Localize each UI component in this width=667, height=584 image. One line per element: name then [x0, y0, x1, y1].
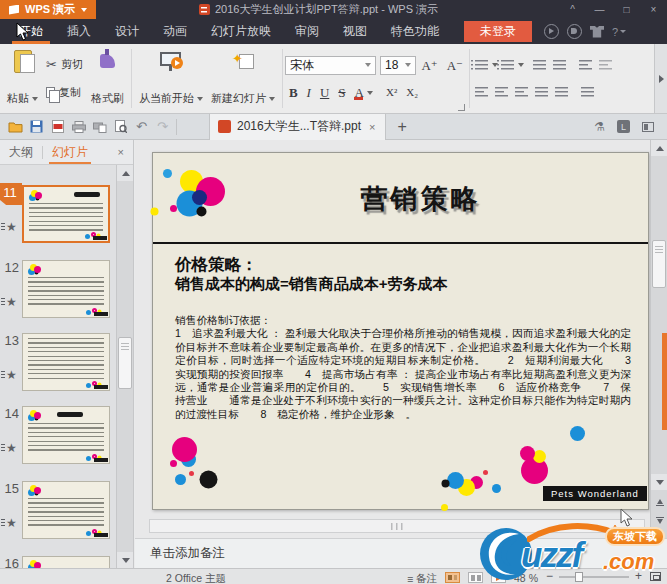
paste-button[interactable]: 粘贴	[3, 46, 42, 111]
ribbon-expand-strip[interactable]	[654, 44, 667, 113]
distribute-button[interactable]	[552, 84, 572, 100]
tab-home[interactable]: 开始	[7, 19, 55, 44]
align-right-button[interactable]	[512, 84, 532, 100]
slide-thumbnail-14[interactable]: 14 ★	[0, 406, 112, 464]
bullet-list-button[interactable]	[472, 57, 492, 73]
slide-thumbnail-11[interactable]: 11 ★	[0, 185, 112, 247]
align-center-button[interactable]	[492, 84, 512, 100]
horizontal-scrollbar[interactable]	[149, 519, 645, 533]
zoom-slider[interactable]: − +	[546, 572, 642, 581]
close-tab-icon[interactable]: ×	[367, 121, 377, 133]
next-slide-button[interactable]	[651, 513, 667, 528]
fit-to-window-icon[interactable]	[650, 572, 661, 581]
previous-slide-button[interactable]	[651, 495, 667, 510]
scroll-up-button[interactable]	[651, 140, 667, 156]
strikethrough-button[interactable]: S	[334, 84, 349, 101]
italic-button[interactable]: I	[303, 84, 315, 101]
tab-outline[interactable]: 大纲	[0, 140, 42, 164]
text-direction-button[interactable]	[576, 57, 596, 73]
login-button[interactable]: 未登录	[464, 21, 532, 42]
new-slide-button[interactable]: ✦ 新建幻灯片	[207, 46, 279, 111]
justify-button[interactable]	[532, 84, 552, 100]
history-clock-icon[interactable]: L	[617, 120, 630, 133]
clothes-skin-icon[interactable]	[590, 26, 604, 38]
page-preview-button[interactable]	[110, 117, 131, 137]
notes-pane[interactable]: 单击添加备注	[135, 538, 667, 568]
shrink-font-button[interactable]: A⁻	[443, 57, 467, 74]
zoom-out-button[interactable]: −	[546, 572, 553, 581]
copy-button[interactable]: 复制	[42, 84, 87, 101]
normal-view-button[interactable]	[445, 572, 460, 583]
subscript-button[interactable]: X₂	[402, 84, 422, 101]
underline-button[interactable]: U	[316, 84, 333, 101]
close-button[interactable]: ×	[640, 0, 667, 19]
wps-cloud-icon[interactable]	[567, 24, 582, 39]
undo-button[interactable]: ↶	[131, 117, 152, 137]
superscript-button[interactable]: X²	[382, 84, 401, 101]
slide-thumbnail-13[interactable]: 13 ★	[0, 333, 112, 391]
select-objects-button[interactable]	[596, 57, 616, 73]
print-preview-button[interactable]	[89, 117, 110, 137]
skin-icon[interactable]	[544, 24, 559, 39]
tab-review[interactable]: 审阅	[283, 19, 331, 44]
format-painter-button[interactable]: 格式刷	[87, 46, 128, 111]
layout-switch-button[interactable]	[642, 122, 657, 132]
scroll-down-button[interactable]	[651, 474, 667, 490]
collapse-ribbon-button[interactable]: ^	[559, 0, 586, 19]
tab-view[interactable]: 视图	[331, 19, 379, 44]
new-tab-button[interactable]: +	[386, 118, 417, 136]
tab-special-features[interactable]: 特色功能	[379, 19, 451, 44]
font-dialog-launcher-icon[interactable]	[458, 104, 465, 111]
panel-scrollbar[interactable]	[116, 165, 133, 568]
align-left-button[interactable]	[472, 84, 492, 100]
help-button[interactable]: ?	[612, 26, 626, 38]
slide-number: 14	[0, 406, 19, 421]
close-panel-icon[interactable]: ×	[118, 146, 133, 158]
zoom-slider-track[interactable]	[559, 576, 629, 578]
redo-button[interactable]: ↷	[152, 117, 173, 137]
font-color-button[interactable]: A	[351, 84, 366, 101]
slide-title[interactable]: 营销策略	[213, 181, 628, 217]
bold-button[interactable]: B	[285, 84, 302, 101]
magic-wand-icon[interactable]: ⚗	[594, 120, 605, 134]
cut-button[interactable]: ✂ 剪切	[42, 56, 87, 73]
export-pdf-button[interactable]	[47, 117, 68, 137]
quick-access-dropdown[interactable]	[180, 117, 201, 137]
increase-indent-button[interactable]	[550, 57, 570, 73]
tab-design[interactable]: 设计	[103, 19, 151, 44]
slide-body-text[interactable]: 销售价格制订依据： 1 追求盈利最大化 ： 盈利最大化取决于合理价格所推动的销售…	[175, 314, 631, 421]
grow-font-button[interactable]: A⁺	[417, 57, 441, 74]
tab-animation[interactable]: 动画	[151, 19, 199, 44]
scrollbar-thumb[interactable]	[118, 337, 132, 389]
scroll-down-button[interactable]	[117, 552, 133, 568]
decrease-indent-button[interactable]	[530, 57, 550, 73]
slide-heading[interactable]: 价格策略：	[175, 254, 258, 276]
slideshow-view-button[interactable]	[491, 572, 506, 583]
tab-slides[interactable]: 幻灯片	[43, 140, 97, 164]
slide-thumbnail-12[interactable]: 12 ★	[0, 260, 112, 318]
numbered-list-button[interactable]	[498, 57, 518, 73]
scrollbar-thumb[interactable]	[652, 240, 666, 288]
slide-sorter-view-button[interactable]	[468, 572, 483, 583]
scroll-up-button[interactable]	[117, 165, 133, 181]
notes-toggle-button[interactable]: ≡ 备注	[407, 572, 437, 584]
wps-menu-button[interactable]: WPS 演示	[0, 0, 96, 19]
tab-slideshow[interactable]: 幻灯片放映	[199, 19, 283, 44]
slide-thumbnail-15[interactable]: 15 ★	[0, 481, 112, 539]
document-tab[interactable]: 2016大学生...T答辩.ppt ×	[209, 114, 386, 140]
slide-thumbnail-16[interactable]: 16	[0, 556, 112, 568]
minimize-button[interactable]: —	[586, 0, 613, 19]
zoom-slider-thumb[interactable]	[575, 572, 583, 582]
save-button[interactable]	[26, 117, 47, 137]
slide-subheading[interactable]: 销售成本的构成=销售商品成本+劳务成本	[175, 275, 448, 294]
slide-canvas[interactable]: 营销策略 价格策略： 销售成本的构成=销售商品成本+劳务成本 销售价格制订依据：…	[152, 152, 649, 510]
font-size-select[interactable]: 18	[380, 56, 416, 75]
print-button[interactable]	[68, 117, 89, 137]
font-name-select[interactable]: 宋体	[285, 56, 376, 75]
maximize-button[interactable]: □	[613, 0, 640, 19]
play-from-current-button[interactable]: 从当前开始	[135, 46, 207, 111]
open-file-button[interactable]	[5, 117, 26, 137]
zoom-in-button[interactable]: +	[635, 572, 642, 581]
line-spacing-button[interactable]	[578, 84, 598, 100]
tab-insert[interactable]: 插入	[55, 19, 103, 44]
